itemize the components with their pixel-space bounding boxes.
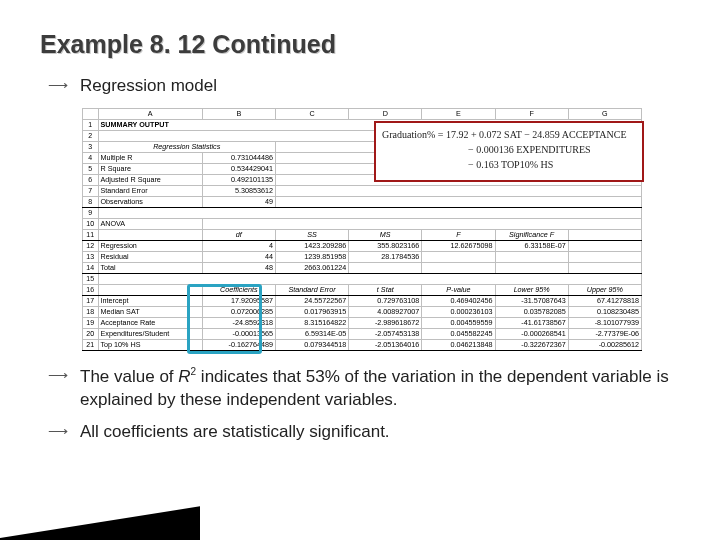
- bullet-1-text: Regression model: [80, 75, 217, 98]
- bullet-2-text: The value of R2 indicates that 53% of th…: [80, 365, 680, 412]
- table-row: 16CoefficientsStandard Errort StatP-valu…: [83, 284, 642, 295]
- equation-callout: Graduation% = 17.92 + 0.072 SAT − 24.859…: [374, 121, 644, 182]
- bullet-3: ⟶ All coefficients are statistically sig…: [48, 421, 680, 444]
- slide-title: Example 8. 12 Continued: [40, 30, 680, 59]
- col-C: C: [275, 108, 348, 119]
- table-row: 17Intercept17.9209558724.557225670.72976…: [83, 295, 642, 306]
- equation-line-3: − 0.163 TOP10% HS: [382, 157, 636, 172]
- bullet-icon: ⟶: [48, 77, 68, 93]
- bullet-icon: ⟶: [48, 367, 68, 383]
- bullet-2: ⟶ The value of R2 indicates that 53% of …: [48, 365, 680, 412]
- reg-stats-header: Regression Statistics: [98, 141, 275, 152]
- table-row: 7Standard Error5.30853612: [83, 185, 642, 196]
- col-D: D: [349, 108, 422, 119]
- corner-cell: [83, 108, 99, 119]
- bullet-1: ⟶ Regression model: [48, 75, 680, 98]
- slide: Example 8. 12 Continued ⟶ Regression mod…: [0, 0, 720, 540]
- table-row: 15: [83, 273, 642, 284]
- table-row: 19Acceptance Rate-24.85923188.315164822-…: [83, 317, 642, 328]
- col-E: E: [422, 108, 495, 119]
- table-row: 9: [83, 207, 642, 218]
- col-F: F: [495, 108, 568, 119]
- bullet-icon: ⟶: [48, 423, 68, 439]
- col-A: A: [98, 108, 202, 119]
- table-row: 14Total482663.061224: [83, 262, 642, 273]
- equation-line-2: − 0.000136 EXPENDITURES: [382, 142, 636, 157]
- slide-corner-decoration: [0, 480, 200, 540]
- table-row: 12Regression41423.209286355.802316612.62…: [83, 240, 642, 251]
- col-G: G: [568, 108, 641, 119]
- col-B: B: [202, 108, 275, 119]
- table-row: 8Observations49: [83, 196, 642, 207]
- table-row: 11dfSSMSFSignificance F: [83, 229, 642, 240]
- bullet-3-text: All coefficients are statistically signi…: [80, 421, 390, 444]
- header-row: A B C D E F G: [83, 108, 642, 119]
- table-row: 13Residual441239.85195828.1784536: [83, 251, 642, 262]
- table-row: 20Expenditures/Student-0.000135656.59314…: [83, 328, 642, 339]
- anova-label: ANOVA: [98, 218, 202, 229]
- table-row: 10ANOVA: [83, 218, 642, 229]
- table-row: 18Median SAT0.0720062850.0179639154.0089…: [83, 306, 642, 317]
- table-row: 21Top 10% HS-0.1627644890.079344518-2.05…: [83, 339, 642, 350]
- equation-line-1: Graduation% = 17.92 + 0.072 SAT − 24.859…: [382, 127, 636, 142]
- regression-figure: A B C D E F G 1SUMMARY OUTPUT 2 3Regress…: [82, 108, 642, 351]
